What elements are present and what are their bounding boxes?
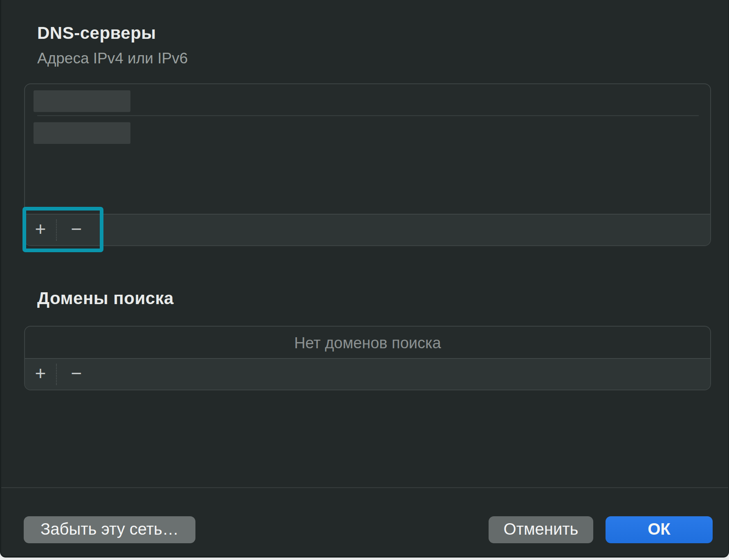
search-domains-toolbar: + − <box>25 358 710 390</box>
dns-servers-title: DNS-серверы <box>37 23 156 43</box>
cancel-button[interactable]: Отменить <box>489 516 593 543</box>
search-domains-list: Нет доменов поиска + − <box>24 326 711 390</box>
dns-row-divider <box>37 115 699 116</box>
remove-dns-server-button[interactable]: − <box>57 220 96 241</box>
dns-entry-redacted[interactable] <box>34 90 130 112</box>
screenshot-root: DNS-серверы Адреса IPv4 или IPv6 + − Дом… <box>0 0 729 560</box>
dns-list-toolbar: + − <box>25 214 710 245</box>
add-dns-server-button[interactable]: + <box>25 220 56 241</box>
dns-servers-subtitle: Адреса IPv4 или IPv6 <box>37 50 188 67</box>
search-domains-empty-placeholder: Нет доменов поиска <box>25 327 710 360</box>
ok-button[interactable]: ОК <box>606 516 713 543</box>
network-settings-dialog: DNS-серверы Адреса IPv4 или IPv6 + − Дом… <box>0 0 729 558</box>
buttons-row-divider <box>1 487 728 488</box>
dns-servers-list: + − <box>24 83 711 246</box>
remove-search-domain-button[interactable]: − <box>57 364 96 385</box>
add-search-domain-button[interactable]: + <box>25 364 56 385</box>
search-domains-title: Домены поиска <box>37 289 174 308</box>
dns-entry-redacted[interactable] <box>34 122 130 144</box>
forget-network-button[interactable]: Забыть эту сеть… <box>24 516 195 543</box>
